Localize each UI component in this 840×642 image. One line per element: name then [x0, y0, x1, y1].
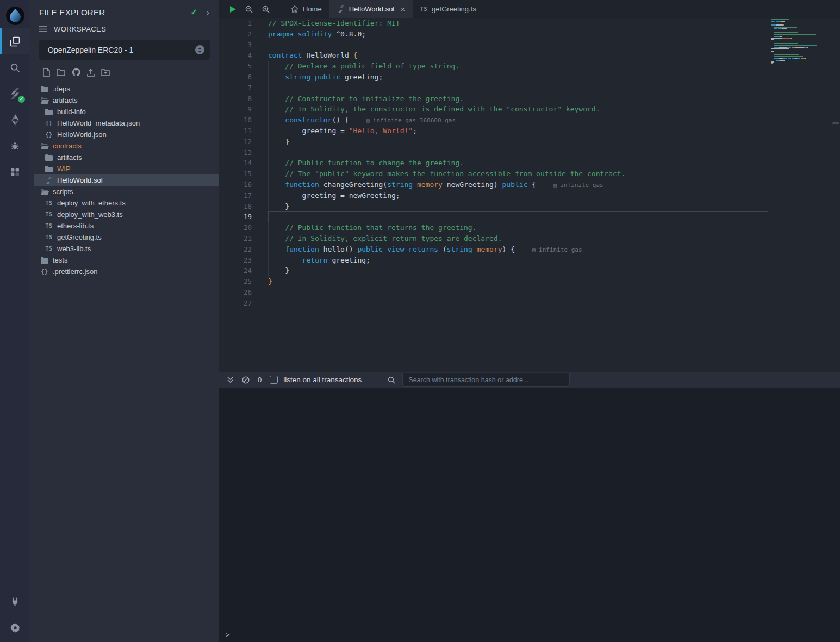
workspace-selected: OpenZeppelin ERC20 - 1 [48, 46, 195, 54]
new-folder-icon[interactable] [57, 68, 65, 76]
tree-item-ethers-lib.ts[interactable]: TSethers-lib.ts [34, 220, 219, 232]
file-explorer-panel: FILE EXPLORER ✓ › WORKSPACES OpenZeppeli… [30, 0, 219, 642]
chevron-right-icon[interactable]: › [207, 8, 209, 17]
tree-item-build-info[interactable]: build-info [34, 106, 219, 117]
code-line-25[interactable]: 25} [219, 276, 840, 287]
code-line-22[interactable]: 22 function hello() public view returns … [219, 244, 840, 255]
home-icon [291, 5, 298, 13]
code-line-10[interactable]: 10 constructor() {infinite gas 368600 ga… [219, 115, 840, 126]
folder-open-icon [40, 143, 49, 149]
code-editor[interactable]: 1// SPDX-License-Identifier: MIT2pragma … [219, 18, 840, 372]
code-line-26[interactable]: 26 [219, 287, 840, 298]
tree-item-artifacts[interactable]: artifacts [34, 152, 219, 163]
json-icon: {} [45, 120, 53, 126]
tree-item-HelloWorld.json[interactable]: {}HelloWorld.json [34, 129, 219, 140]
close-icon[interactable]: × [400, 5, 405, 13]
upload-folder-icon[interactable] [101, 68, 110, 76]
terminal-search [388, 373, 570, 387]
tree-item-deploy_with_web3.ts[interactable]: TSdeploy_with_web3.ts [34, 209, 219, 220]
code-line-27[interactable]: 27 [219, 298, 840, 309]
tree-item-label: .deps [53, 85, 70, 93]
line-number: 7 [219, 83, 252, 94]
line-number: 25 [219, 276, 252, 287]
code-line-23[interactable]: 23 return greeting; [219, 255, 840, 266]
line-content: // SPDX-License-Identifier: MIT [252, 18, 400, 29]
code-line-18[interactable]: 18 } [219, 201, 840, 212]
run-script-button[interactable] [229, 5, 237, 13]
workspace-switch-icon[interactable] [195, 45, 204, 54]
upload-file-icon[interactable] [87, 68, 95, 77]
solidity-compiler-icon[interactable]: ✓ [0, 80, 30, 107]
listen-transactions-checkbox[interactable] [270, 376, 278, 384]
tree-item-HelloWorld.sol[interactable]: HelloWorld.sol [34, 174, 219, 186]
new-file-icon[interactable] [43, 68, 50, 77]
search-icon[interactable] [0, 54, 30, 80]
code-line-4[interactable]: 4contract HelloWorld { [219, 50, 840, 61]
code-line-16[interactable]: 16 function changeGreeting(string memory… [219, 179, 840, 190]
tree-item-HelloWorld_metadata.json[interactable]: {}HelloWorld_metadata.json [34, 117, 219, 129]
github-icon[interactable] [72, 68, 80, 77]
hamburger-icon[interactable] [39, 26, 47, 32]
tree-item-contracts[interactable]: contracts [34, 140, 219, 152]
tab-HelloWorld.sol[interactable]: HelloWorld.sol× [329, 0, 413, 18]
minimap[interactable] [771, 19, 817, 69]
folder-icon [45, 166, 53, 172]
code-line-8[interactable]: 8 // Constructor to initialize the greet… [219, 94, 840, 104]
ts-icon: TS [45, 200, 53, 206]
line-content: greeting = "Hello, World!"; [252, 126, 417, 136]
code-line-20[interactable]: 20 // Public function that returns the g… [219, 222, 840, 233]
tree-item-scripts[interactable]: scripts [34, 186, 219, 197]
tree-item-tests[interactable]: tests [34, 254, 219, 266]
line-number: 15 [219, 169, 252, 179]
tab-label: Home [303, 5, 322, 13]
code-line-1[interactable]: 1// SPDX-License-Identifier: MIT [219, 18, 840, 29]
tree-item-label: scripts [53, 188, 73, 196]
tree-item-web3-lib.ts[interactable]: TSweb3-lib.ts [34, 243, 219, 254]
code-line-12[interactable]: 12 } [219, 136, 840, 147]
transaction-search-input[interactable] [402, 373, 570, 387]
code-line-11[interactable]: 11 greeting = "Hello, World!"; [219, 126, 840, 136]
code-line-17[interactable]: 17 greeting = newGreeting; [219, 190, 840, 201]
code-line-14[interactable]: 14 // Public function to change the gree… [219, 158, 840, 169]
settings-icon[interactable] [0, 615, 30, 641]
scrollbar-thumb[interactable] [832, 122, 839, 124]
tree-item-WIP[interactable]: WIP [34, 163, 219, 174]
plugin-manager-icon[interactable] [0, 589, 30, 615]
code-line-9[interactable]: 9 // In Solidity, the constructor is def… [219, 104, 840, 115]
code-line-6[interactable]: 6 string public greeting; [219, 72, 840, 83]
code-line-19[interactable]: 19 [219, 211, 840, 222]
line-content [252, 40, 268, 51]
deploy-run-icon[interactable] [0, 107, 30, 133]
tree-item-deploy_with_ethers.ts[interactable]: TSdeploy_with_ethers.ts [34, 197, 219, 209]
line-number: 11 [219, 126, 252, 136]
code-line-21[interactable]: 21 // In Solidity, explicit return types… [219, 233, 840, 244]
ts-icon: TS [45, 211, 53, 217]
expand-terminal-icon[interactable] [227, 376, 234, 383]
clear-console-icon[interactable] [242, 376, 250, 384]
line-number: 6 [219, 72, 252, 83]
tree-item-artifacts[interactable]: artifacts [34, 95, 219, 106]
code-line-15[interactable]: 15 // The "public" keyword makes the fun… [219, 169, 840, 179]
debugger-icon[interactable] [0, 133, 30, 159]
plugins-icon[interactable] [0, 159, 30, 185]
tree-item-.prettierrc.json[interactable]: {}.prettierrc.json [34, 266, 219, 277]
tree-item-.deps[interactable]: .deps [34, 83, 219, 95]
code-line-13[interactable]: 13 [219, 147, 840, 158]
line-content: string public greeting; [252, 72, 383, 83]
code-line-24[interactable]: 24 } [219, 265, 840, 276]
terminal-panel[interactable]: > [219, 388, 840, 642]
line-content [252, 211, 268, 222]
workspace-select[interactable]: OpenZeppelin ERC20 - 1 [39, 40, 210, 60]
tab-Home[interactable]: Home [283, 0, 329, 18]
zoom-in-icon[interactable] [262, 5, 270, 14]
code-line-2[interactable]: 2pragma solidity ^0.8.0; [219, 29, 840, 40]
line-content: constructor() {infinite gas 368600 gas [252, 115, 456, 126]
file-explorer-icon[interactable] [0, 28, 30, 54]
tab-getGreeting.ts[interactable]: TSgetGreeting.ts [413, 0, 484, 18]
code-line-7[interactable]: 7 [219, 83, 840, 94]
tree-item-getGreeting.ts[interactable]: TSgetGreeting.ts [34, 232, 219, 243]
code-line-3[interactable]: 3 [219, 40, 840, 51]
remix-logo[interactable] [0, 3, 30, 28]
code-line-5[interactable]: 5 // Declare a public field of type stri… [219, 61, 840, 72]
zoom-out-icon[interactable] [245, 5, 253, 14]
